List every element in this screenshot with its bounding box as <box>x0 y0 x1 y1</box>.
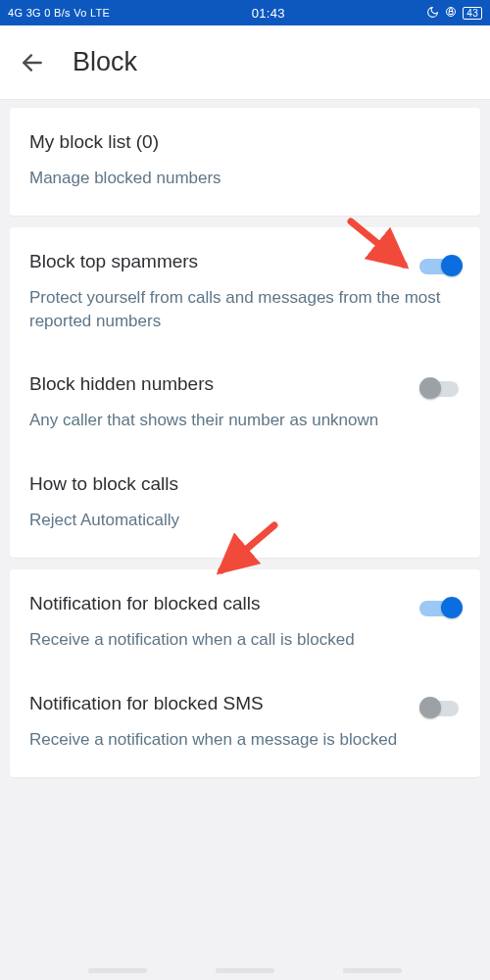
signal-text: 4G 3G 0 B/s Vo LTE <box>8 7 110 19</box>
content: My block list (0) Manage blocked numbers… <box>0 100 490 777</box>
page-title: Block <box>73 47 137 77</box>
row-title: My block list (0) <box>29 131 461 153</box>
back-icon[interactable] <box>20 50 45 75</box>
nav-home[interactable] <box>216 968 274 973</box>
row-subtitle: Receive a notification when a message is… <box>29 728 461 752</box>
status-right: 43 <box>426 6 482 21</box>
toggle-thumb <box>419 697 441 718</box>
row-my-block-list[interactable]: My block list (0) Manage blocked numbers <box>10 112 480 212</box>
nav-bar <box>0 960 490 980</box>
status-left: 4G 3G 0 B/s Vo LTE <box>8 7 110 19</box>
battery-indicator: 43 <box>463 7 482 20</box>
toggle-thumb <box>441 597 463 618</box>
row-title: Block hidden numbers <box>29 373 461 395</box>
nav-back[interactable] <box>343 968 402 973</box>
toggle-thumb <box>441 255 463 276</box>
card-block-options: Block top spammers Protect yourself from… <box>10 227 480 558</box>
row-title: Notification for blocked SMS <box>29 693 461 714</box>
row-subtitle: Manage blocked numbers <box>29 167 461 190</box>
toggle-notif-calls[interactable] <box>419 597 463 618</box>
app-bar: Block <box>0 25 490 100</box>
row-title: Block top spammers <box>29 251 461 272</box>
row-subtitle: Receive a notification when a call is bl… <box>29 628 461 652</box>
nav-recent[interactable] <box>88 968 147 973</box>
row-subtitle: Protect yourself from calls and messages… <box>29 286 461 333</box>
toggle-notif-sms[interactable] <box>419 697 463 718</box>
clock: 01:43 <box>252 6 285 21</box>
row-block-top-spammers[interactable]: Block top spammers Protect yourself from… <box>10 231 480 355</box>
row-subtitle: Reject Automatically <box>29 509 461 532</box>
row-how-to-block[interactable]: How to block calls Reject Automatically <box>10 454 480 554</box>
card-blocklist: My block list (0) Manage blocked numbers <box>10 108 480 216</box>
status-bar: 4G 3G 0 B/s Vo LTE 01:43 43 <box>0 0 490 25</box>
row-notif-sms[interactable]: Notification for blocked SMS Receive a n… <box>10 673 480 773</box>
toggle-hidden-numbers[interactable] <box>419 377 463 399</box>
row-title: Notification for blocked calls <box>29 593 461 614</box>
row-title: How to block calls <box>29 473 461 495</box>
moon-icon <box>426 6 439 21</box>
lock-icon <box>445 6 457 20</box>
row-block-hidden-numbers[interactable]: Block hidden numbers Any caller that sho… <box>10 354 480 454</box>
row-notif-calls[interactable]: Notification for blocked calls Receive a… <box>10 573 480 673</box>
card-notifications: Notification for blocked calls Receive a… <box>10 569 480 777</box>
row-subtitle: Any caller that shows their number as un… <box>29 409 461 432</box>
toggle-top-spammers[interactable] <box>419 255 463 276</box>
